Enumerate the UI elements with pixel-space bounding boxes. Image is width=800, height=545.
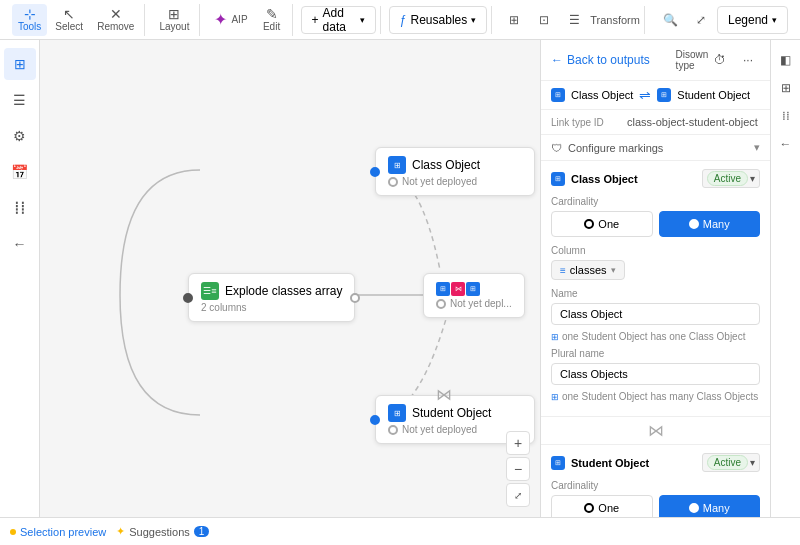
- rp-s2-many-radio: [689, 503, 699, 513]
- reusables-button[interactable]: ƒ Reusables ▾: [389, 6, 487, 34]
- expand-button[interactable]: ⤢: [687, 6, 715, 34]
- rp-s2-one-label: One: [598, 502, 619, 514]
- rp-markings-label: Configure markings: [568, 142, 663, 154]
- edit-button[interactable]: ✎ Edit: [256, 4, 288, 36]
- remove-label: Remove: [97, 21, 134, 32]
- select-icon: ↖: [63, 7, 75, 21]
- rp-clock-button[interactable]: ⏱: [708, 48, 732, 72]
- suggestions-badge: 1: [194, 526, 210, 537]
- toolbar-group-adddata: + Add data ▾: [297, 6, 381, 34]
- rp-s1-title: Class Object: [571, 173, 696, 185]
- remove-button[interactable]: ✕ Remove: [91, 4, 140, 36]
- rp-type-row: ⊞ Class Object ⇌ ⊞ Student Object: [541, 81, 770, 110]
- suggestions-icon: ✦: [116, 525, 125, 538]
- add-data-label: Add data: [323, 6, 356, 34]
- rp-s2-status: Active: [707, 455, 748, 470]
- rp-s2-many-button[interactable]: Many: [659, 495, 761, 517]
- rp-s1-cardinality: One Many: [551, 211, 760, 237]
- rp-s1-many-button[interactable]: Many: [659, 211, 761, 237]
- rp-s1-plural-input[interactable]: [551, 363, 760, 385]
- hint-student-icon: ⊞: [551, 332, 559, 342]
- rp-s1-icon: ⊞: [551, 172, 565, 186]
- transform-icon1[interactable]: ⊞: [500, 6, 528, 34]
- rp-s2-status-dropdown[interactable]: Active ▾: [702, 453, 760, 472]
- toolbar-group-aip: ✦ AIP ✎ Edit: [204, 4, 292, 36]
- disown-label: Disown type: [676, 49, 709, 71]
- rp-s1-column-select[interactable]: ≡ classes ▾: [551, 260, 625, 280]
- rp-more-button[interactable]: ···: [736, 48, 760, 72]
- toolbar-group-tools: ⊹ Tools ↖ Select ✕ Remove: [8, 4, 145, 36]
- add-data-icon: +: [312, 13, 319, 27]
- zoom-fit-button[interactable]: ⤢: [506, 483, 530, 507]
- rp-s1-name-hint: ⊞ one Student Object has one Class Objec…: [551, 331, 760, 342]
- tools-icon: ⊹: [24, 7, 36, 21]
- rp-class-icon: ⊞: [551, 88, 565, 102]
- sidebar-list-button[interactable]: ☰: [4, 84, 36, 116]
- class-object-connector-left: [370, 167, 380, 177]
- zoom-out-button[interactable]: −: [506, 457, 530, 481]
- column-icon: ≡: [560, 265, 566, 276]
- class-object-subtitle: Not yet deployed: [402, 176, 477, 187]
- toolbar-group-layout: ⊞ Layout: [149, 4, 200, 36]
- multi-output-node[interactable]: ⊞ ⋈ ⊞ Not yet depl...: [423, 273, 525, 318]
- rp-link-id-row: Link type ID class-object-student-object: [541, 110, 770, 135]
- rp-s2-one-button[interactable]: One: [551, 495, 653, 517]
- rp-s1-hint-text: one Student Object has one Class Object: [562, 331, 745, 342]
- tools-label: Tools: [18, 21, 41, 32]
- selection-preview-item[interactable]: Selection preview: [10, 526, 106, 538]
- rmt-table-button[interactable]: ⊞: [774, 76, 798, 100]
- sidebar-settings-button[interactable]: ⚙: [4, 120, 36, 152]
- rp-s1-one-button[interactable]: One: [551, 211, 653, 237]
- sidebar-arrow-button[interactable]: ←: [4, 228, 36, 260]
- legend-button[interactable]: Legend ▾: [717, 6, 788, 34]
- explode-node[interactable]: ☰≡ Explode classes array 2 columns: [188, 273, 355, 322]
- multi-node-subtitle: Not yet depl...: [450, 298, 512, 309]
- add-data-chevron-icon: ▾: [360, 15, 365, 25]
- rp-s1-name-input[interactable]: [551, 303, 760, 325]
- reusables-chevron-icon: ▾: [471, 15, 476, 25]
- tools-button[interactable]: ⊹ Tools: [12, 4, 47, 36]
- disown-button[interactable]: Disown type: [680, 48, 704, 72]
- sidebar-graph-button[interactable]: ⊞: [4, 48, 36, 80]
- rp-s1-plural-label: Plural name: [551, 348, 760, 359]
- class-object-status-icon: [388, 177, 398, 187]
- explode-subtitle: 2 columns: [201, 302, 247, 313]
- markings-chevron-icon: ▾: [754, 141, 760, 154]
- rp-markings-row[interactable]: 🛡 Configure markings ▾: [541, 135, 770, 161]
- add-data-button[interactable]: + Add data ▾: [301, 6, 376, 34]
- search-button[interactable]: 🔍: [657, 6, 685, 34]
- column-chevron-icon: ▾: [611, 265, 616, 275]
- aip-button[interactable]: ✦ AIP: [208, 4, 253, 36]
- select-button[interactable]: ↖ Select: [49, 4, 89, 36]
- rp-s1-status: Active: [707, 171, 748, 186]
- sidebar-calendar-button[interactable]: 📅: [4, 156, 36, 188]
- zoom-in-button[interactable]: +: [506, 431, 530, 455]
- rp-s2-one-radio: [584, 503, 594, 513]
- rp-s1-one-label: One: [598, 218, 619, 230]
- student-object-connector-left: [370, 415, 380, 425]
- suggestions-item[interactable]: ✦ Suggestions 1: [116, 525, 209, 538]
- select-label: Select: [55, 21, 83, 32]
- shield-icon: 🛡: [551, 142, 562, 154]
- rmt-panel-button[interactable]: ◧: [774, 48, 798, 72]
- rp-s1-status-dropdown[interactable]: Active ▾: [702, 169, 760, 188]
- rmt-flow-button[interactable]: ⁞⁞: [774, 104, 798, 128]
- zoom-controls: + − ⤢: [506, 431, 530, 507]
- rp-s2-cardinality: One Many: [551, 495, 760, 517]
- sidebar-grid-button[interactable]: ⁞⁞: [4, 192, 36, 224]
- rmt-arrow-button[interactable]: ←: [774, 132, 798, 156]
- reusables-icon: ƒ: [400, 13, 407, 27]
- back-button[interactable]: ← Back to outputs: [551, 53, 650, 67]
- rp-s2-cardinality-label: Cardinality: [551, 480, 760, 491]
- legend-chevron-icon: ▾: [772, 15, 777, 25]
- layout-label: Layout: [159, 21, 189, 32]
- layout-button[interactable]: ⊞ Layout: [153, 4, 195, 36]
- transform-icon3[interactable]: ☰: [560, 6, 588, 34]
- transform-icon2[interactable]: ⊡: [530, 6, 558, 34]
- class-object-node[interactable]: ⊞ Class Object Not yet deployed: [375, 147, 535, 196]
- student-object-icon: ⊞: [388, 404, 406, 422]
- canvas[interactable]: ⊞ Class Object Not yet deployed ☰≡ Explo…: [40, 40, 540, 517]
- remove-icon: ✕: [110, 7, 122, 21]
- toolbar-group-right: 🔍 ⤢ Legend ▾: [653, 6, 792, 34]
- rp-s1-plural-hint: ⊞ one Student Object has many Class Obje…: [551, 391, 760, 402]
